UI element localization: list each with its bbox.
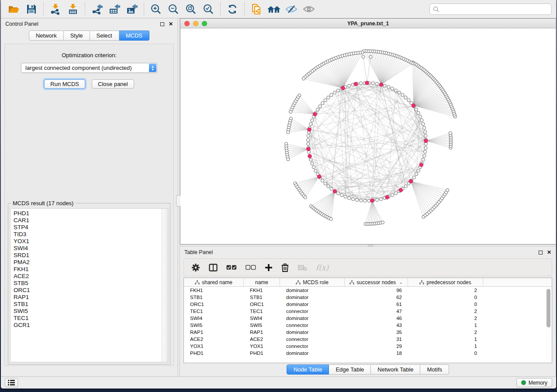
scrollbar-thumb[interactable]	[547, 289, 550, 327]
mcds-node-item[interactable]: PMA2	[14, 259, 159, 266]
table-scrollbar[interactable]	[546, 287, 551, 361]
maximize-window-icon[interactable]	[202, 21, 207, 26]
delete-table-button-disabled	[298, 264, 307, 271]
mcds-node-item[interactable]: RAP1	[14, 294, 159, 301]
horizontal-splitter[interactable]	[180, 244, 556, 247]
import-table-button[interactable]	[64, 2, 82, 17]
column-header-shared-name[interactable]: shared name	[184, 278, 244, 286]
table-row[interactable]: ORC1ORC1dominator610	[184, 301, 552, 308]
table-row[interactable]: SWI5SWI5connector431	[184, 322, 552, 329]
zoom-in-button[interactable]	[147, 2, 165, 17]
tab-motifs[interactable]: Motifs	[420, 364, 449, 375]
table-row[interactable]: SWI4SWI4dominator462	[184, 315, 552, 322]
mcds-node-item[interactable]: TEC1	[14, 315, 159, 322]
deselect-all-button[interactable]	[246, 265, 256, 270]
main-toolbar	[1, 0, 556, 18]
refresh-button[interactable]	[224, 2, 241, 17]
select-all-button[interactable]	[226, 265, 237, 270]
run-mcds-button[interactable]: Run MCDS	[44, 79, 85, 89]
mcds-node-item[interactable]: CAR1	[14, 217, 159, 224]
checked-boxes-icon	[226, 265, 237, 270]
export-table-button[interactable]	[106, 2, 123, 17]
memory-status-icon	[521, 380, 526, 385]
mcds-list-scrollbar[interactable]	[162, 209, 168, 362]
open-file-button[interactable]	[5, 2, 23, 17]
zoom-selected-button[interactable]	[200, 2, 217, 17]
mcds-node-item[interactable]: ORC1	[14, 287, 159, 294]
mcds-node-item[interactable]: YOX1	[14, 238, 159, 245]
tab-network-table[interactable]: Network Table	[371, 364, 420, 375]
mcds-node-item[interactable]: TID3	[14, 231, 159, 238]
table-cell: 29	[345, 344, 408, 349]
network-graph[interactable]	[180, 28, 556, 244]
table-row[interactable]: STB1STB1dominator620	[184, 294, 552, 301]
optimization-criterion-select[interactable]: largest connected component (undirected)…	[21, 63, 157, 73]
tab-edge-table[interactable]: Edge Table	[329, 364, 371, 375]
table-cell: connector	[280, 309, 345, 314]
table-row[interactable]: YOX1YOX1connector291	[184, 343, 552, 350]
column-header-predecessor-nodes[interactable]: predecessor nodes	[408, 278, 483, 286]
search-field[interactable]	[429, 3, 552, 15]
close-panel-icon[interactable]: ✕	[169, 22, 173, 26]
table-settings-button[interactable]	[191, 263, 200, 272]
import-network-button[interactable]	[47, 2, 64, 17]
tab-style[interactable]: Style	[64, 31, 90, 41]
tab-mcds[interactable]: MCDS	[119, 31, 149, 41]
mcds-node-item[interactable]: STB1	[14, 301, 159, 308]
mcds-node-item[interactable]: GCR1	[14, 322, 159, 329]
tab-node-table[interactable]: Node Table	[287, 364, 329, 375]
columns-icon	[209, 264, 218, 272]
zoom-out-button[interactable]	[165, 2, 182, 17]
mcds-node-item[interactable]: ACE2	[14, 273, 159, 280]
save-button[interactable]	[23, 2, 40, 17]
mcds-node-item[interactable]: SWI5	[14, 308, 159, 315]
column-header-MCDS-role[interactable]: MCDS role	[280, 278, 345, 286]
task-history-button[interactable]	[5, 378, 18, 387]
mcds-node-item[interactable]: SRD1	[14, 252, 159, 259]
table-row[interactable]: ACE2ACE2connector311	[184, 336, 552, 343]
optimization-criterion-label: Optimization criterion:	[62, 52, 117, 58]
add-column-button[interactable]	[265, 264, 273, 272]
column-type-icon	[419, 280, 424, 285]
tab-network[interactable]: Network	[29, 31, 64, 41]
eye-icon	[303, 4, 315, 14]
delete-column-button[interactable]	[281, 263, 289, 272]
export-network-button[interactable]	[88, 2, 106, 17]
column-type-icon	[349, 280, 354, 285]
toolbar-separator	[144, 3, 144, 16]
table-row[interactable]: RAP1RAP1dominator352	[184, 329, 552, 336]
column-header-successor-nodes[interactable]: successor nodes⌄	[345, 278, 408, 286]
splitter-handle[interactable]	[368, 244, 373, 247]
table-row[interactable]: FKH1FKH1dominator962	[184, 287, 552, 294]
table-cell: SWI4	[184, 316, 244, 321]
hide-selected-button[interactable]	[283, 2, 300, 17]
tab-select[interactable]: Select	[90, 31, 119, 41]
close-panel-icon[interactable]: ✕	[547, 250, 551, 254]
duplicate-network-button[interactable]	[248, 2, 265, 17]
float-panel-icon[interactable]	[539, 251, 543, 254]
mcds-result-group: MCDS result (17 nodes) PHD1CAR1STP4TID3Y…	[8, 203, 170, 364]
mcds-node-item[interactable]: SWI4	[14, 245, 159, 252]
mcds-node-item[interactable]: STP4	[14, 224, 159, 231]
minimize-window-icon[interactable]	[193, 21, 198, 26]
mcds-node-item[interactable]: PHD1	[14, 210, 159, 217]
close-window-icon[interactable]	[184, 21, 190, 26]
float-panel-icon[interactable]	[160, 22, 164, 26]
zoom-fit-button[interactable]	[182, 2, 200, 17]
table-row[interactable]: TEC1TEC1connector472	[184, 308, 552, 315]
export-image-button[interactable]	[123, 2, 141, 17]
memory-button[interactable]: Memory	[516, 378, 552, 387]
show-column-panel-button[interactable]	[209, 264, 218, 272]
table-cell: STB1	[244, 295, 280, 300]
close-panel-button[interactable]: Close panel	[92, 79, 134, 89]
table-row[interactable]: PHD1PHD1dominator180	[184, 350, 552, 357]
mcds-node-item[interactable]: FKH1	[14, 266, 159, 273]
main-area: Control Panel ✕ NetworkStyleSelectMCDS O…	[1, 18, 556, 376]
network-canvas[interactable]	[180, 28, 556, 244]
vertical-splitter[interactable]	[177, 18, 180, 376]
first-neighbors-button[interactable]	[265, 2, 283, 17]
column-header-name[interactable]: name	[244, 278, 280, 286]
mcds-node-item[interactable]: STB5	[14, 280, 159, 287]
show-all-button[interactable]	[300, 2, 318, 17]
table-cell: 2	[408, 309, 483, 314]
